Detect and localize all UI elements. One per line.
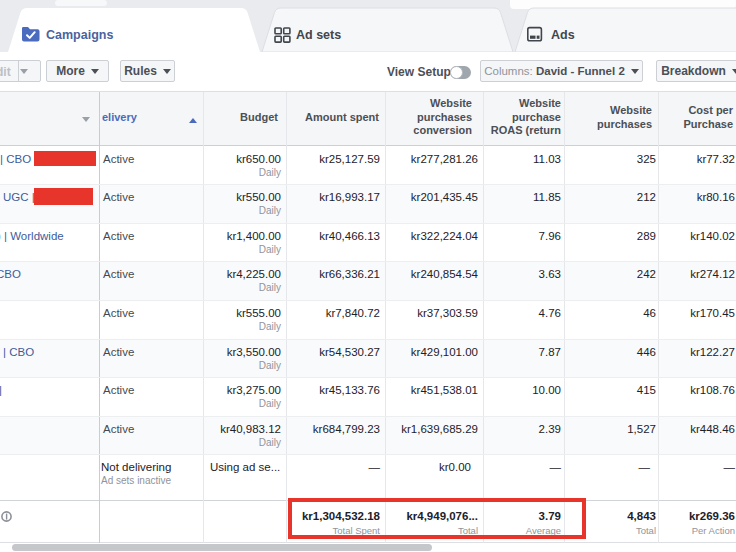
svg-text:Campaigns: Campaigns	[46, 28, 113, 42]
svg-text:Ads: Ads	[551, 28, 575, 42]
svg-text:Ad sets: Ad sets	[296, 28, 341, 42]
